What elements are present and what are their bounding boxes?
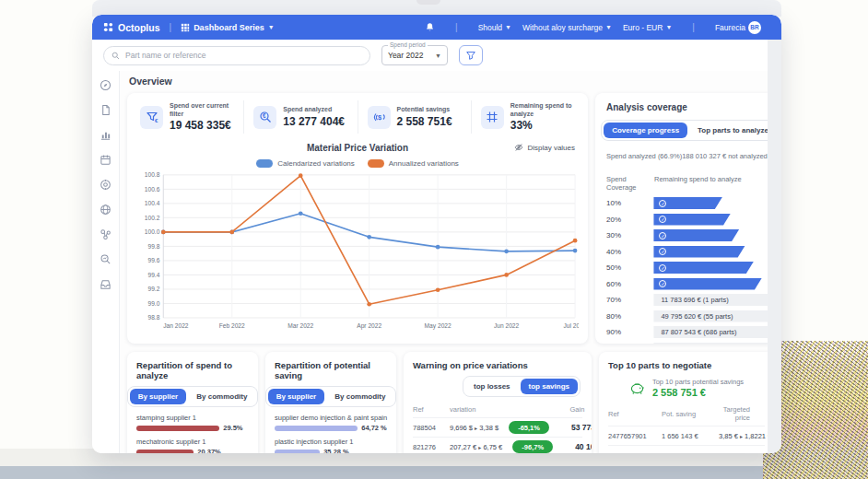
check-circle-icon: ✓ [659,232,666,240]
top10-title: Top 10 parts to negotiate [608,360,765,370]
legend-swatch [368,159,384,168]
analysis-tab-0[interactable]: Coverage progress [604,123,687,138]
variation-badge: -96,7% [512,440,553,453]
sidebar-item-globe[interactable] [100,203,112,216]
warning-rows: 7885049,696 $ ▸ 3,38 $-65,1%53 773 €8212… [413,417,582,453]
toolbar: Spend period Year 2022 ▼ [92,40,781,71]
target-icon [100,179,111,191]
coverage-pct: 40% [606,248,653,256]
svg-text:100.0: 100.0 [145,228,160,235]
sidebar-item-file[interactable] [100,103,112,116]
warning-variation: 207,27 € ▸ 6,75 € [450,443,510,451]
logo-text: Octoplus [118,22,160,33]
sidebar [92,71,120,453]
warning-variation: 9,696 $ ▸ 3,38 $ [450,424,506,432]
funnel-bar-zone: 49 795 620 € (55 parts) [653,310,774,322]
surcharge-label: Without aloy surcharge [522,23,603,32]
spend-coverage-col: Spend Coverage [606,175,654,192]
funnel-bar-analyzed: ✓ [653,246,745,258]
display-values-toggle[interactable]: Display values [514,143,575,152]
funnel-bar-zone: ✓ [653,262,774,274]
account-menu[interactable]: Faurecia BR [715,21,761,34]
search-icon [111,52,120,60]
saving-repartition-card: Repartition of potential saving By suppl… [265,352,396,453]
legend-item-0[interactable]: Calendarized variations [256,159,355,168]
coverage-row-100%: 100%125 819 466 € (2642 parts) [606,342,774,345]
sidebar-item-inbox[interactable] [100,277,112,290]
top10-summary: Top 10 parts potential savings 2 558 751… [629,378,744,398]
warning-tab-0[interactable]: top losses [465,379,519,394]
sidebar-item-calendar[interactable] [100,153,112,166]
chevron-down-icon: ▼ [505,24,511,30]
svg-text:99.2: 99.2 [147,286,159,292]
bell-icon[interactable] [425,22,435,32]
surcharge-dropdown[interactable]: Without aloy surcharge▼ [522,23,612,32]
analysis-coverage-card: Analysis coverage Coverage progressTop p… [595,93,774,344]
currency-dropdown[interactable]: Euro - EUR▼ [623,23,672,32]
kpi-2: $Potential savings2 558 751€ [358,100,472,134]
page-background: Octoplus | Dashboard Series ▼ | Should▼ … [0,0,868,479]
top10-row-1[interactable]: 937761223 678 €3,7115 $ ▸ 2,4355 $ [608,445,765,453]
spend-tab-1[interactable]: By commodity [188,389,255,404]
sidebar-item-cluster[interactable] [100,228,112,240]
chevron-down-icon: ▼ [665,24,672,30]
kpi-value: 2 558 751€ [397,115,452,128]
spend-tab-0[interactable]: By supplier [130,389,187,404]
compass-icon [100,79,111,91]
warning-table: Ref variation Gain 7885049,696 $ ▸ 3,38 … [413,405,582,453]
svg-text:Jul 2022: Jul 2022 [564,321,579,328]
overview-card: €Spend over current filter19 458 335€€Sp… [127,93,588,344]
kpi-value: 19 458 335€ [170,119,234,132]
avatar[interactable]: BR [748,21,761,34]
top10-row-0[interactable]: 24776579011 656 143 €3,85 € ▸ 1,8221 € [608,426,765,445]
sidebar-item-compass[interactable] [100,78,112,91]
dashboard-series-menu[interactable]: Dashboard Series ▼ [181,23,274,32]
spend-period-label: Spend period [388,41,428,48]
coverage-row-20%: 20%✓ [606,213,774,227]
header-divider: | [455,22,458,32]
page-title: Overview [129,76,774,87]
search-input[interactable] [125,51,362,60]
warning-tab-1[interactable]: top savings [521,379,578,394]
should-dropdown[interactable]: Should▼ [478,23,511,32]
main-content: Overview €Spend over current filter19 45… [120,71,781,453]
spend-period-select[interactable]: Spend period Year 2022 ▼ [381,45,448,65]
not-analyzed-label: 188 010 327 € not analyzed (3 [682,152,774,160]
analysis-tab-1[interactable]: Top parts to analyze [689,123,774,138]
saving-tab-0[interactable]: By supplier [268,389,325,404]
chevron-down-icon: ▼ [435,53,441,59]
header-divider: | [170,22,172,32]
check-circle-icon: ✓ [659,248,666,255]
vertical-scrollbar[interactable] [768,40,781,453]
grid-icon [481,106,504,129]
search-box[interactable] [103,46,370,65]
sidebar-item-target[interactable] [100,178,112,191]
kpi-text: Spend analyzed13 277 404€ [283,106,345,128]
bar-value: 20.37% [197,448,220,453]
eye-off-icon [514,143,523,152]
device-notch-top [416,0,440,5]
variation-badge: -65,1% [509,421,549,434]
legend-item-1[interactable]: Annualized variations [368,159,459,168]
saving-tab-1[interactable]: By commodity [326,389,393,404]
svg-text:Jun 2022: Jun 2022 [494,321,520,328]
top10-ref: 2477657901 [608,432,662,440]
top10-saving: 1 656 143 € [662,432,719,440]
coverage-funnel: 10%✓20%✓30%✓40%✓50%✓60%✓70%11 783 696 € … [606,196,774,344]
svg-text:Jan 2022: Jan 2022 [163,321,189,328]
coverage-row-70%: 70%11 783 696 € (1 parts) [606,293,774,307]
coverage-row-60%: 60%✓ [606,277,774,291]
sidebar-item-chart[interactable] [100,128,112,141]
search-icon [100,253,111,265]
logo[interactable]: Octoplus [103,22,160,33]
warning-table-header: Ref variation Gain [413,405,582,417]
sidebar-item-search[interactable] [100,252,112,265]
warning-row-0[interactable]: 7885049,696 $ ▸ 3,38 $-65,1%53 773 € [413,417,582,437]
material-price-variation-chart: 100.8100.6100.4100.2100.099.899.699.499.… [136,169,579,340]
filter-button[interactable] [459,45,483,65]
svg-text:99.4: 99.4 [147,271,159,277]
bar-line: 20.37% [136,448,249,453]
warning-row-1[interactable]: 821276207,27 € ▸ 6,75 €-96,7%40 104 € [413,437,582,453]
svg-text:Feb 2022: Feb 2022 [219,321,245,328]
check-circle-icon: ✓ [659,200,666,207]
